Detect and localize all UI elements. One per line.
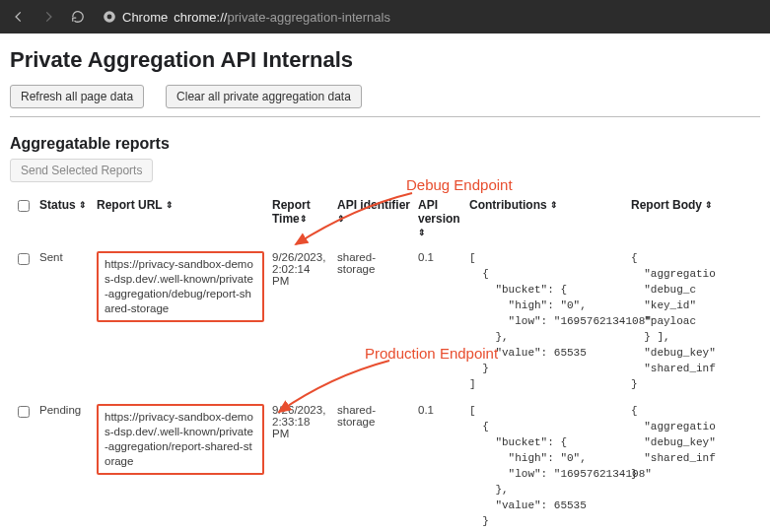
select-all-checkbox[interactable] [18,200,30,212]
row-checkbox[interactable] [18,253,30,265]
action-buttons-row: Refresh all page data Clear all private … [10,85,760,108]
table-header-row: Status ⇕ Report URL ⇕ Report Time⇕ API i… [10,192,760,245]
contributions-cell: [ { "bucket": { "high": "0", "low": "169… [469,251,623,392]
divider [10,116,760,117]
send-selected-button[interactable]: Send Selected Reports [10,159,153,182]
col-time-header[interactable]: Report Time⇕ [268,192,333,245]
table-row: Pending https://privacy-sandbox-demos-ds… [10,398,760,532]
col-status-header[interactable]: Status ⇕ [35,192,93,245]
api-id-cell: shared-storage [333,245,414,398]
table-row: Sent https://privacy-sandbox-demos-dsp.d… [10,245,760,398]
svg-point-1 [107,15,112,20]
sort-icon: ⇕ [79,200,87,210]
page-content: Private Aggregation API Internals Refres… [0,33,770,532]
url-text: chrome://private-aggregation-internals [174,10,390,25]
sort-icon: ⇕ [705,200,713,210]
report-url-cell: https://privacy-sandbox-demos-dsp.dev/.w… [97,251,264,322]
col-body-header[interactable]: Report Body ⇕ [627,192,760,245]
col-api-ver-header[interactable]: API version ⇕ [414,192,465,245]
api-id-cell: shared-storage [333,398,414,532]
api-version-cell: 0.1 [414,398,465,532]
reload-button[interactable] [67,6,89,28]
back-button[interactable] [8,6,30,28]
clear-data-button[interactable]: Clear all private aggregation data [166,85,362,108]
sort-icon: ⇕ [550,200,558,210]
chrome-logo-icon [103,10,116,24]
report-body-cell: { "aggregatio "debug_c "key_id" "payloac… [631,251,756,392]
sort-icon: ⇕ [166,200,174,210]
status-cell: Sent [35,245,93,398]
page-title: Private Aggregation API Internals [10,47,760,73]
section-heading: Aggregatable reports [10,135,760,153]
report-url-cell: https://privacy-sandbox-demos-dsp.dev/.w… [97,404,264,475]
refresh-button[interactable]: Refresh all page data [10,85,144,108]
col-url-header[interactable]: Report URL ⇕ [93,192,268,245]
col-contrib-header[interactable]: Contributions ⇕ [465,192,627,245]
address-bar[interactable]: Chrome chrome://private-aggregation-inte… [97,10,762,25]
browser-name: Chrome [122,10,168,25]
col-api-id-header[interactable]: API identifier ⇕ [333,192,414,245]
report-time-cell: 9/26/2023, 2:02:14 PM [268,245,333,398]
sort-icon: ⇕ [337,214,345,224]
sort-icon: ⇕ [300,214,308,224]
api-version-cell: 0.1 [414,245,465,398]
report-time-cell: 9/26/2023, 2:33:18 PM [268,398,333,532]
browser-toolbar: Chrome chrome://private-aggregation-inte… [0,0,770,33]
row-checkbox[interactable] [18,406,30,418]
contributions-cell: [ { "bucket": { "high": "0", "low": "169… [469,404,623,532]
status-cell: Pending [35,398,93,532]
reports-table: Status ⇕ Report URL ⇕ Report Time⇕ API i… [10,192,760,532]
sort-icon: ⇕ [418,228,426,237]
forward-button[interactable] [37,6,59,28]
